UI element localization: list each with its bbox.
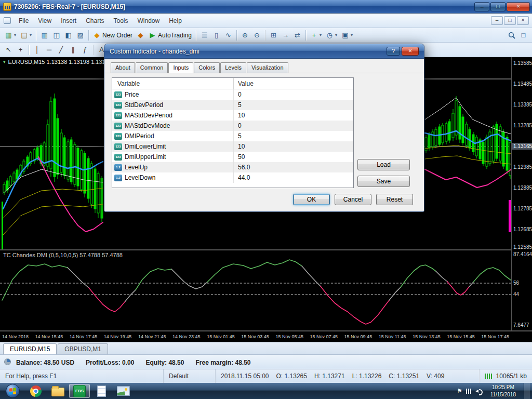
dialog-tab-about[interactable]: About xyxy=(111,62,135,73)
taskbar-clock[interactable]: 10:25 PM 11/15/2018 xyxy=(486,384,520,398)
new-chart-button[interactable]: ▦▾ xyxy=(3,30,18,41)
notepad-taskbar-button[interactable] xyxy=(91,384,112,398)
chrome-taskbar-button[interactable] xyxy=(25,384,46,398)
reset-button[interactable]: Reset xyxy=(376,194,413,205)
close-button[interactable]: × xyxy=(507,2,530,11)
start-button[interactable] xyxy=(1,384,24,398)
parameter-row[interactable]: 123StdDevPeriod5 xyxy=(112,100,353,110)
menu-view[interactable]: View xyxy=(33,15,56,26)
bar-chart-mode-button[interactable]: ☰ xyxy=(198,30,210,41)
status-profile[interactable]: Default xyxy=(164,369,216,383)
candlestick-mode-button[interactable]: ▯ xyxy=(210,30,222,41)
dialog-tab-common[interactable]: Common xyxy=(136,62,168,73)
dialog-tab-inputs[interactable]: Inputs xyxy=(168,62,193,73)
price-axis[interactable]: 1.135851.134851.133851.132851.129851.128… xyxy=(511,57,532,331)
crosshair-button[interactable]: + xyxy=(15,44,26,56)
mdi-minimize-button[interactable]: – xyxy=(491,16,503,25)
menu-tools[interactable]: Tools xyxy=(109,15,133,26)
photo-viewer-taskbar-button[interactable] xyxy=(113,384,134,398)
tile-windows-button[interactable]: ⊞ xyxy=(268,30,280,41)
ok-button[interactable]: OK xyxy=(293,194,330,205)
table-header: Variable Value xyxy=(112,78,353,89)
parameter-value[interactable]: 5 xyxy=(234,100,353,110)
autotrading-button[interactable]: ▶AutoTrading xyxy=(147,30,194,41)
window-titlebar[interactable]: 7305206: FBS-Real-7 - [EURUSD,M15] –□× xyxy=(0,0,532,14)
dialog-tab-visualization[interactable]: Visualization xyxy=(247,62,288,73)
dialog-close-button[interactable]: × xyxy=(402,47,419,56)
templates-button[interactable]: ▣▾ xyxy=(339,30,355,41)
parameter-row[interactable]: 123DmiLowerLimit10 xyxy=(112,141,353,152)
parameter-row[interactable]: 1.2LevelDown44.0 xyxy=(112,172,353,183)
fibonacci-button[interactable]: ƒ xyxy=(79,44,91,56)
cancel-button[interactable]: Cancel xyxy=(335,194,371,205)
parameter-type-icon: 123 xyxy=(114,123,122,129)
dialog-tab-levels[interactable]: Levels xyxy=(220,62,246,73)
time-axis[interactable]: 14 Nov 201814 Nov 15:4514 Nov 17:4514 No… xyxy=(0,331,511,342)
dialog-titlebar[interactable]: Custom Indicator - chandes_dmi ? × xyxy=(104,44,424,59)
trendline-button[interactable]: ╱ xyxy=(55,44,67,56)
minimize-button[interactable]: – xyxy=(474,2,489,11)
zoom-in-button[interactable]: ⊕ xyxy=(239,30,251,41)
parameter-row[interactable]: 1.2LevelUp56.0 xyxy=(112,162,353,172)
parameter-value[interactable]: 10 xyxy=(234,141,353,152)
menu-window[interactable]: Window xyxy=(133,15,165,26)
parameter-row[interactable]: 123Price0 xyxy=(112,89,353,100)
current-price-label: 1.13165 xyxy=(512,143,532,150)
parameter-row[interactable]: 123MAStdDevMode0 xyxy=(112,121,353,131)
terminal-button[interactable]: ▨ xyxy=(74,30,86,41)
dialog-help-button[interactable]: ? xyxy=(387,47,400,56)
cursor-button[interactable]: ↖ xyxy=(3,44,15,56)
menu-insert[interactable]: Insert xyxy=(56,15,81,26)
zoom-out-button[interactable]: ⊖ xyxy=(251,30,263,41)
price-axis-label: 1.13385 xyxy=(513,102,532,108)
dialog-tab-colors[interactable]: Colors xyxy=(194,62,220,73)
fbs-taskbar-button[interactable]: FBS xyxy=(69,384,90,398)
dmi-indicator-chart[interactable] xyxy=(0,250,511,330)
equidistant-channel-button[interactable]: ∥ xyxy=(67,44,79,56)
auto-scroll-button[interactable]: → xyxy=(280,30,291,41)
menu-charts[interactable]: Charts xyxy=(81,15,109,26)
explorer-taskbar-button[interactable] xyxy=(47,384,68,398)
flag-tray-icon[interactable] xyxy=(457,388,462,394)
line-chart-mode-button[interactable]: ∿ xyxy=(222,30,234,41)
chart-tab-eurusd-m15[interactable]: EURUSD,M15 xyxy=(3,343,57,354)
new-order-button[interactable]: ◆New Order xyxy=(91,30,135,41)
show-desktop-button[interactable] xyxy=(524,383,530,399)
parameter-value[interactable]: 10 xyxy=(234,110,353,121)
parameter-row[interactable]: 123DmiUpperLimit50 xyxy=(112,152,353,162)
save-button[interactable]: Save xyxy=(357,176,410,187)
mql5-community-button[interactable]: ◆ xyxy=(135,30,147,41)
time-axis-label: 15 Nov 09:45 xyxy=(344,334,373,339)
menu-help[interactable]: Help xyxy=(164,15,187,26)
time-axis-label: 14 Nov 2018 xyxy=(2,334,29,339)
market-watch-button[interactable]: ▥ xyxy=(38,30,50,41)
parameter-row[interactable]: 123MAStdDevPeriod10 xyxy=(112,110,353,121)
new-window-button[interactable]: □ xyxy=(517,30,529,41)
vertical-line-button[interactable]: │ xyxy=(31,44,43,56)
periods-button[interactable]: ◷▾ xyxy=(324,30,339,41)
parameter-value[interactable]: 5 xyxy=(234,131,353,141)
parameter-value[interactable]: 0 xyxy=(234,89,353,100)
chart-shift-button[interactable]: ⇄ xyxy=(291,30,303,41)
network-tray-icon[interactable] xyxy=(466,389,472,394)
mdi-close-button[interactable]: × xyxy=(517,16,529,25)
parameter-value[interactable]: 50 xyxy=(234,152,353,162)
volume-tray-icon[interactable] xyxy=(475,388,483,394)
parameter-row[interactable]: 123DMIPeriod5 xyxy=(112,131,353,141)
load-button[interactable]: Load xyxy=(357,159,410,170)
chart-tab-gbpusd-m1[interactable]: GBPUSD,M1 xyxy=(58,343,108,354)
horizontal-line-button[interactable]: ─ xyxy=(43,44,55,56)
navigator-button[interactable]: ◧ xyxy=(62,30,74,41)
parameter-value[interactable]: 56.0 xyxy=(234,162,353,172)
data-window-button[interactable]: ◫ xyxy=(50,30,62,41)
column-header-variable[interactable]: Variable xyxy=(112,78,234,89)
menu-file[interactable]: File xyxy=(14,15,33,26)
parameter-value[interactable]: 0 xyxy=(234,121,353,131)
column-header-value[interactable]: Value xyxy=(234,78,353,89)
indicators-button[interactable]: +▾ xyxy=(308,30,324,41)
maximize-button[interactable]: □ xyxy=(490,2,506,11)
parameter-value[interactable]: 44.0 xyxy=(234,172,353,183)
profiles-button[interactable]: ▤▾ xyxy=(18,30,34,41)
search-button[interactable] xyxy=(506,30,517,41)
mdi-restore-button[interactable]: □ xyxy=(504,16,516,25)
